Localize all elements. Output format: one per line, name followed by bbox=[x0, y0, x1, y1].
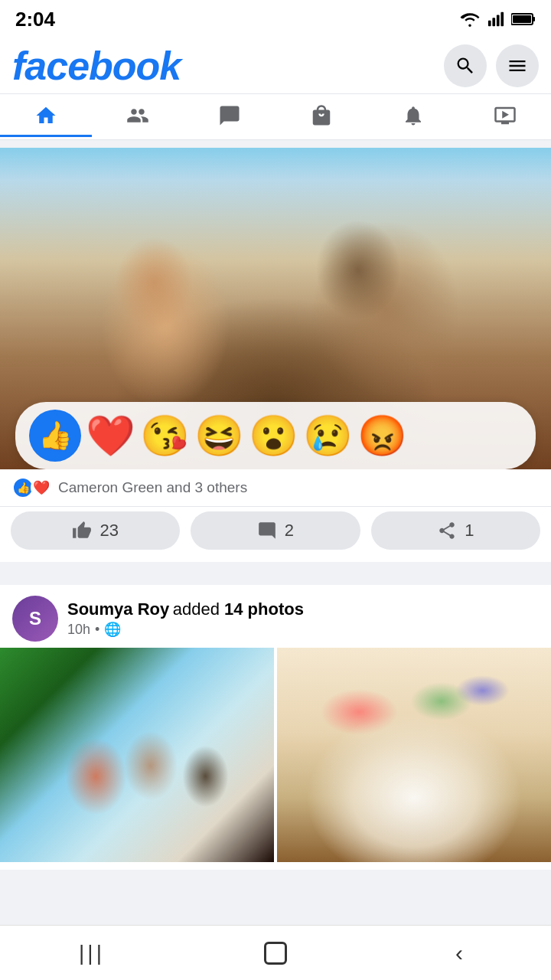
photo-item-2[interactable] bbox=[277, 648, 551, 862]
signal-icon bbox=[487, 11, 505, 28]
privacy-icon: 🌐 bbox=[104, 621, 121, 638]
nav-messenger[interactable] bbox=[184, 97, 276, 137]
friends-icon bbox=[126, 104, 149, 127]
love-reaction-btn[interactable]: ❤️ bbox=[86, 413, 135, 459]
like-button[interactable]: 23 bbox=[11, 511, 180, 550]
post-time-row: 10h • 🌐 bbox=[67, 621, 539, 638]
post-stats-row: 👍 ❤️ Cameron Green and 3 others bbox=[0, 469, 551, 507]
avatar-placeholder: S bbox=[12, 596, 58, 642]
post-action-text: added bbox=[173, 599, 224, 619]
notifications-icon bbox=[402, 104, 425, 127]
svg-rect-2 bbox=[497, 15, 500, 27]
share-button[interactable]: 1 bbox=[371, 511, 540, 550]
android-navigation: ||| ‹ bbox=[0, 925, 551, 980]
haha-reaction-btn[interactable]: 😘 bbox=[140, 413, 190, 459]
cake-photo bbox=[277, 648, 551, 862]
svg-rect-1 bbox=[492, 18, 495, 26]
action-pills-row: 23 2 1 bbox=[0, 507, 551, 562]
post-image-container: 👍 ❤️ 😘 😆 😮 😢 😡 bbox=[0, 148, 551, 469]
comment-count: 2 bbox=[285, 521, 294, 541]
nav-marketplace[interactable] bbox=[276, 97, 367, 137]
thumbs-up-icon bbox=[72, 521, 92, 541]
angry-reaction-btn[interactable]: 😡 bbox=[357, 413, 407, 459]
post-2: S Soumya Roy added 14 photos 10h • 🌐 bbox=[0, 585, 551, 870]
sad-reaction-btn[interactable]: 😢 bbox=[303, 413, 353, 459]
share-icon bbox=[437, 521, 457, 541]
comment-icon bbox=[257, 521, 277, 541]
facebook-logo: facebook bbox=[12, 46, 181, 86]
svg-rect-5 bbox=[533, 17, 535, 21]
post-meta: Soumya Roy added 14 photos 10h • 🌐 bbox=[67, 599, 539, 638]
svg-rect-3 bbox=[500, 12, 504, 26]
nav-friends[interactable] bbox=[92, 97, 184, 137]
messenger-icon bbox=[218, 104, 241, 127]
selfie-photo bbox=[0, 648, 274, 862]
time-dot: • bbox=[95, 622, 99, 638]
comment-button[interactable]: 2 bbox=[191, 511, 360, 550]
photo-grid bbox=[0, 648, 551, 870]
android-home-btn[interactable] bbox=[184, 926, 367, 980]
back-icon: ‹ bbox=[455, 940, 463, 966]
search-icon bbox=[455, 55, 476, 77]
status-bar: 2:04 bbox=[0, 0, 551, 38]
photo-item-1[interactable] bbox=[0, 648, 274, 862]
post-author-line: Soumya Roy added 14 photos bbox=[67, 599, 539, 619]
reaction-mini-icons: 👍 ❤️ bbox=[12, 477, 52, 498]
nav-video[interactable] bbox=[459, 97, 551, 137]
marketplace-icon bbox=[310, 104, 333, 127]
home-square-icon bbox=[264, 942, 287, 965]
wow-reaction-btn[interactable]: 😆 bbox=[194, 413, 244, 459]
news-feed: 👍 ❤️ 😘 😆 😮 😢 😡 👍 ❤️ Cameron Green and 3 … bbox=[0, 140, 551, 870]
navigation-bar bbox=[0, 94, 551, 140]
svg-rect-6 bbox=[513, 15, 531, 23]
post-photo-count: 14 photos bbox=[224, 599, 304, 619]
reaction-author-text: Cameron Green and 3 others bbox=[58, 479, 247, 496]
header-actions bbox=[444, 44, 539, 87]
feed-divider bbox=[0, 570, 551, 577]
nav-notifications[interactable] bbox=[367, 97, 459, 137]
svg-rect-0 bbox=[488, 21, 491, 26]
menu-icon bbox=[507, 55, 528, 77]
wow2-reaction-btn[interactable]: 😮 bbox=[249, 413, 298, 459]
post-author-name[interactable]: Soumya Roy bbox=[67, 599, 169, 619]
post-header: S Soumya Roy added 14 photos 10h • 🌐 bbox=[0, 585, 551, 648]
like-count: 23 bbox=[99, 521, 118, 541]
like-reaction-btn[interactable]: 👍 bbox=[29, 410, 81, 462]
post-time-text: 10h bbox=[67, 622, 90, 638]
love-mini: ❤️ bbox=[31, 477, 52, 498]
like-emoji: 👍 bbox=[38, 420, 73, 452]
reaction-popup: 👍 ❤️ 😘 😆 😮 😢 😡 bbox=[15, 402, 536, 469]
home-icon bbox=[34, 104, 57, 127]
status-icons bbox=[459, 11, 536, 28]
avatar-initial: S bbox=[29, 608, 41, 629]
nav-home[interactable] bbox=[0, 97, 92, 137]
status-time: 2:04 bbox=[15, 8, 55, 31]
menu-button[interactable] bbox=[496, 44, 539, 87]
post-1: 👍 ❤️ 😘 😆 😮 😢 😡 👍 ❤️ Cameron Green and 3 … bbox=[0, 148, 551, 562]
wifi-icon bbox=[459, 11, 481, 28]
app-header: facebook bbox=[0, 38, 551, 94]
recents-icon: ||| bbox=[79, 941, 105, 965]
search-button[interactable] bbox=[444, 44, 487, 87]
android-recents-btn[interactable]: ||| bbox=[0, 926, 184, 980]
battery-icon bbox=[511, 11, 536, 28]
share-count: 1 bbox=[465, 521, 474, 541]
author-avatar[interactable]: S bbox=[12, 596, 58, 642]
video-icon bbox=[494, 104, 517, 127]
post-reactions-left: 👍 ❤️ Cameron Green and 3 others bbox=[12, 477, 247, 498]
android-back-btn[interactable]: ‹ bbox=[367, 926, 551, 980]
